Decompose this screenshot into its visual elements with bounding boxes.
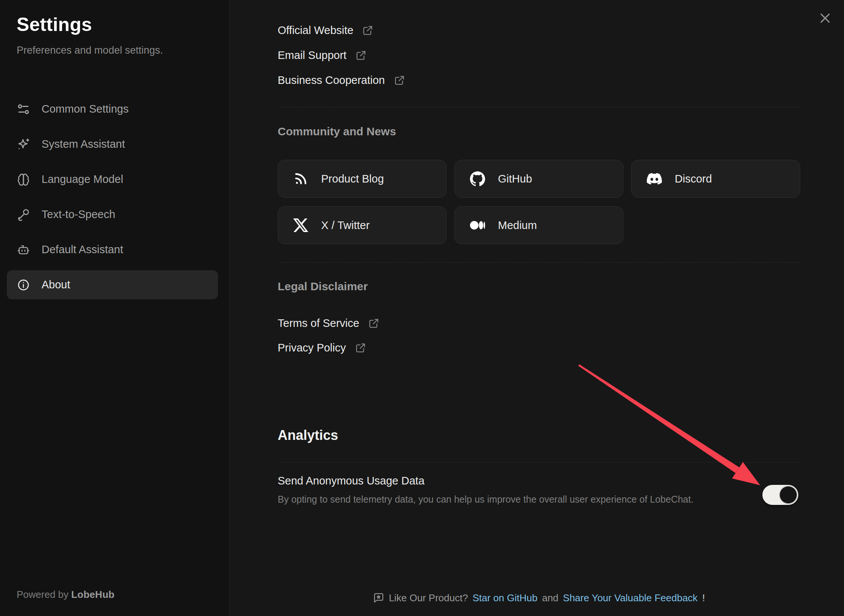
footer-text: Like Our Product? [389,592,468,604]
footer-text: and [542,592,558,604]
product-blog-button[interactable]: Product Blog [278,160,447,198]
sidebar-item-label: Common Settings [42,103,129,115]
link-label: Email Support [278,49,346,62]
x-twitter-icon [293,218,308,233]
discord-button[interactable]: Discord [631,160,800,198]
lobechat-settings-window: { "window": { "close_label": "close" }, … [0,0,844,616]
button-label: GitHub [498,173,532,185]
section-divider [278,462,800,463]
external-link-icon [394,74,405,86]
sliders-icon [17,102,30,116]
settings-menu: Common Settings System Assistant Languag… [7,94,218,299]
x-twitter-button[interactable]: X / Twitter [278,206,447,244]
rss-icon [293,171,308,186]
sidebar-item-language-model[interactable]: Language Model [7,165,218,194]
contact-us-heading: Contact Us [278,0,800,3]
business-cooperation-link[interactable]: Business Cooperation [278,71,800,89]
close-icon[interactable] [815,8,835,28]
sparkles-icon [17,138,30,151]
usage-data-description: By opting to send telemetry data, you ca… [278,494,750,505]
sidebar-item-text-to-speech[interactable]: Text-to-Speech [7,200,218,229]
star-on-github-link[interactable]: Star on GitHub [473,592,538,604]
page-subtitle: Preferences and model settings. [17,45,163,56]
info-icon [17,278,30,292]
link-label: Official Website [278,24,353,37]
lobehub-brand: LobeHub [71,589,115,600]
settings-sidebar: Settings Preferences and model settings.… [0,0,229,616]
product-footer: Like Our Product? Star on GitHub and Sha… [278,588,800,608]
legal-heading: Legal Disclaimer [278,280,800,293]
external-link-icon [362,25,374,36]
link-label: Business Cooperation [278,74,385,87]
powered-by-text: Powered by [17,589,68,600]
sidebar-item-label: Text-to-Speech [42,208,115,221]
terms-of-service-link[interactable]: Terms of Service [278,314,800,332]
section-divider [278,107,800,107]
usage-data-label: Send Anonymous Usage Data [278,475,750,487]
toggle-knob [780,486,797,503]
brain-icon [17,173,30,186]
official-website-link[interactable]: Official Website [278,21,800,39]
usage-data-toggle[interactable] [762,485,798,505]
sidebar-item-label: Default Assistant [42,243,123,256]
button-label: X / Twitter [321,219,369,232]
mic-icon [17,208,30,221]
medium-icon [470,218,485,233]
analytics-heading: Analytics [278,427,800,443]
external-link-icon [356,50,367,61]
page-title: Settings [17,14,92,36]
medium-button[interactable]: Medium [454,206,623,244]
sidebar-item-about[interactable]: About [7,270,218,299]
sidebar-item-label: Language Model [42,173,123,186]
footer-text: ! [702,592,705,604]
privacy-policy-link[interactable]: Privacy Policy [278,339,800,357]
powered-by: Powered by LobeHub [17,589,114,601]
github-icon [470,171,485,186]
feedback-bubble-icon [373,592,384,604]
email-support-link[interactable]: Email Support [278,46,800,64]
external-link-icon [355,342,366,353]
section-divider [278,262,800,263]
sidebar-item-system-assistant[interactable]: System Assistant [7,130,218,159]
about-settings-panel: Contact Us Official Website Email Suppor… [229,0,844,616]
button-label: Discord [675,173,712,185]
sidebar-item-default-assistant[interactable]: Default Assistant [7,235,218,264]
button-label: Medium [498,219,537,232]
github-button[interactable]: GitHub [454,160,623,198]
button-label: Product Blog [321,173,384,185]
discord-icon [647,171,662,186]
community-heading: Community and News [278,125,800,138]
link-label: Terms of Service [278,317,359,330]
link-label: Privacy Policy [278,342,346,354]
bot-icon [17,243,30,257]
external-link-icon [368,317,380,329]
sidebar-item-label: System Assistant [42,138,125,150]
sidebar-item-label: About [42,279,70,291]
share-feedback-link[interactable]: Share Your Valuable Feedback [563,592,698,604]
sidebar-item-common-settings[interactable]: Common Settings [7,94,218,124]
